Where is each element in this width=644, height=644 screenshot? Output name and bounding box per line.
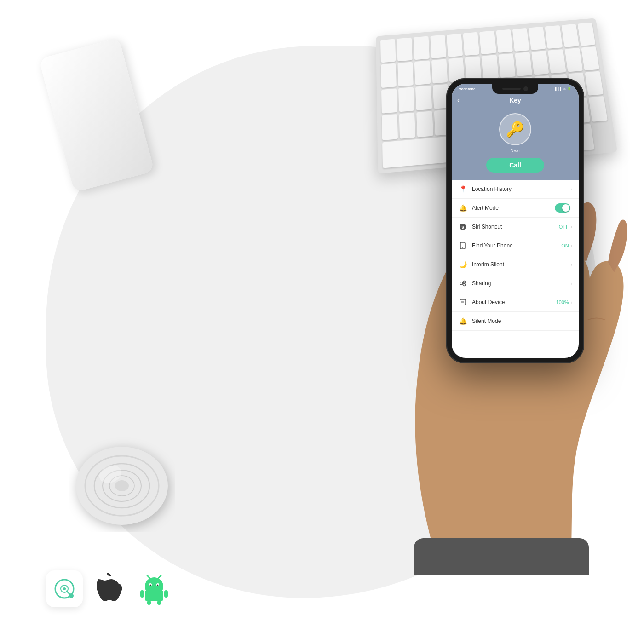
- device-status-label: Near: [510, 148, 520, 153]
- svg-point-5: [115, 480, 129, 491]
- wifi-icon: ⌾: [564, 87, 566, 91]
- svg-rect-34: [157, 600, 161, 605]
- svg-text:s: s: [461, 224, 464, 230]
- about-device-chevron: ›: [571, 300, 572, 305]
- svg-rect-30: [145, 590, 163, 601]
- tracker-pebble: [69, 435, 175, 534]
- svg-point-27: [157, 585, 159, 586]
- phone-screen: vodafone 9:41 ▌▌▌ ⌾ 🔋 ‹ Key 🔑 Near Cal: [452, 84, 579, 358]
- device-info-area: 🔑 Near Call: [452, 109, 579, 180]
- about-device-icon: [458, 298, 467, 307]
- menu-item-about-device[interactable]: About Device 100% ›: [452, 293, 579, 312]
- svg-rect-31: [140, 590, 144, 598]
- phone-speaker: [502, 88, 521, 90]
- phone-camera: [523, 86, 528, 91]
- sharing-label: Sharing: [472, 280, 571, 287]
- svg-rect-15: [460, 299, 466, 305]
- toggle-knob: [562, 204, 569, 212]
- phone-notch: [492, 84, 538, 94]
- call-button[interactable]: Call: [486, 158, 544, 172]
- back-button[interactable]: ‹: [457, 96, 460, 104]
- apple-platform-icon: [97, 573, 124, 605]
- location-history-label: Location History: [472, 186, 571, 192]
- find-phone-label: Find Your Phone: [472, 242, 561, 249]
- svg-line-29: [158, 575, 161, 578]
- menu-item-alert-mode[interactable]: 🔔 Alert Mode: [452, 199, 579, 218]
- find-phone-icon: [458, 241, 467, 250]
- white-device-decoration: [39, 38, 155, 192]
- screen-title: Key: [509, 97, 521, 104]
- key-icon: 🔑: [506, 121, 524, 138]
- interim-silent-label: Interim Silent: [472, 261, 571, 268]
- menu-list: 📍 Location History › 🔔 Alert Mode: [452, 180, 579, 331]
- sharing-chevron: ›: [571, 281, 572, 286]
- menu-item-sharing[interactable]: Sharing ›: [452, 274, 579, 293]
- siri-shortcut-chevron: ›: [571, 224, 572, 230]
- battery-icon: 🔋: [567, 87, 571, 91]
- status-icons: ▌▌▌ ⌾ 🔋: [555, 87, 571, 91]
- siri-shortcut-label: Siri Shortcut: [472, 224, 559, 230]
- silent-mode-label: Silent Mode: [472, 318, 572, 324]
- bottom-icons-row: [46, 570, 170, 607]
- menu-item-find-your-phone[interactable]: Find Your Phone ON ›: [452, 236, 579, 255]
- menu-item-interim-silent[interactable]: 🌙 Interim Silent ›: [452, 255, 579, 274]
- sharing-icon: [458, 279, 467, 288]
- android-platform-icon: [138, 573, 170, 605]
- about-device-value: 100%: [556, 299, 569, 305]
- svg-point-22: [63, 587, 66, 590]
- svg-point-21: [69, 593, 74, 598]
- main-container: vodafone 9:41 ▌▌▌ ⌾ 🔋 ‹ Key 🔑 Near Cal: [0, 0, 644, 644]
- find-phone-value: ON: [561, 243, 569, 248]
- siri-shortcut-icon: s: [458, 222, 467, 231]
- svg-point-14: [463, 284, 466, 286]
- about-device-label: About Device: [472, 299, 556, 305]
- menu-item-siri-shortcut[interactable]: s Siri Shortcut OFF ›: [452, 218, 579, 236]
- menu-item-location-history[interactable]: 📍 Location History ›: [452, 180, 579, 199]
- svg-rect-33: [147, 600, 151, 605]
- carrier-label: vodafone: [459, 87, 476, 91]
- phone-frame: vodafone 9:41 ▌▌▌ ⌾ 🔋 ‹ Key 🔑 Near Cal: [446, 78, 584, 363]
- svg-point-26: [150, 585, 151, 586]
- siri-shortcut-value: OFF: [559, 224, 569, 230]
- svg-rect-32: [164, 590, 168, 598]
- svg-line-28: [147, 575, 150, 578]
- app-header: ‹ Key: [452, 94, 579, 109]
- location-history-chevron: ›: [571, 187, 572, 192]
- silent-mode-icon: 🔔: [458, 316, 467, 326]
- signal-icon: ▌▌▌: [555, 87, 562, 91]
- menu-item-silent-mode[interactable]: 🔔 Silent Mode: [452, 312, 579, 331]
- interim-silent-icon: 🌙: [458, 260, 467, 269]
- location-history-icon: 📍: [458, 184, 467, 194]
- alert-mode-toggle[interactable]: [555, 203, 570, 213]
- app-icon[interactable]: [46, 570, 83, 607]
- svg-point-13: [463, 281, 466, 283]
- find-phone-chevron: ›: [571, 243, 572, 248]
- alert-mode-label: Alert Mode: [472, 205, 555, 211]
- svg-point-12: [460, 282, 463, 285]
- alert-mode-icon: 🔔: [458, 203, 467, 213]
- svg-rect-7: [414, 538, 589, 575]
- interim-silent-chevron: ›: [571, 262, 572, 267]
- device-icon: 🔑: [499, 113, 531, 145]
